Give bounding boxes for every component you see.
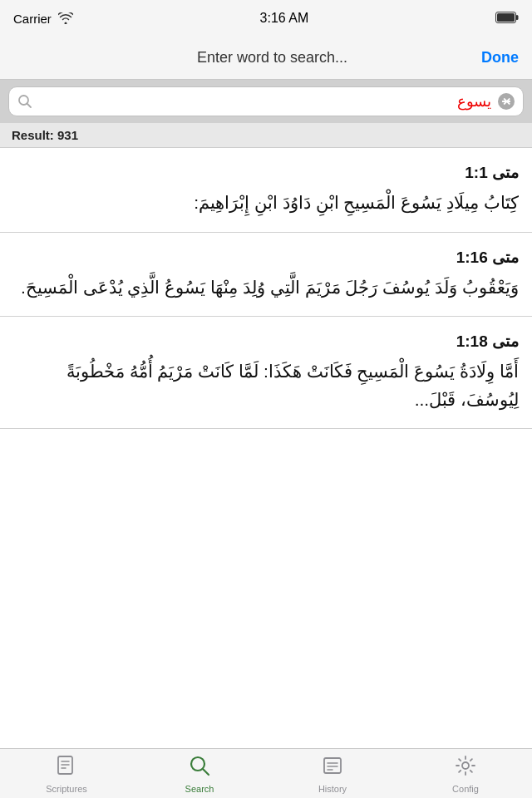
search-tab-icon [188, 754, 211, 781]
results-list: متى 1:1 كِتَابُ مِيلَادِ يَسُوعَ الْمَسِ… [0, 148, 532, 745]
history-icon [321, 754, 344, 781]
tab-history-label: History [318, 784, 347, 794]
battery-icon [495, 12, 519, 26]
carrier-label: Carrier [13, 12, 52, 26]
search-clear-button[interactable]: ✕ [498, 93, 515, 110]
search-bar-container: يسوع ✕ [0, 80, 532, 123]
result-item[interactable]: متى 1:16 وَيَعْقُوبُ وَلَدَ يُوسُفَ رَجُ… [0, 233, 532, 318]
status-carrier-wifi: Carrier [13, 12, 73, 26]
result-ref: متى 1:18 [13, 332, 519, 351]
svg-point-15 [462, 762, 469, 769]
search-input-area[interactable]: يسوع [39, 92, 491, 111]
time-label: 3:16 AM [260, 11, 309, 26]
scriptures-icon [55, 754, 78, 781]
svg-rect-11 [324, 758, 341, 773]
tab-scriptures-label: Scriptures [46, 784, 87, 794]
search-query-text: يسوع [457, 92, 491, 111]
tab-search[interactable]: Search [133, 749, 266, 798]
search-bar[interactable]: يسوع ✕ [8, 86, 524, 116]
nav-title: Enter word to search... [197, 49, 347, 66]
svg-rect-1 [515, 15, 518, 20]
search-icon [17, 94, 32, 109]
svg-rect-2 [497, 13, 515, 22]
result-text: وَيَعْقُوبُ وَلَدَ يُوسُفَ رَجُلَ مَرْيَ… [13, 273, 519, 302]
tab-config[interactable]: Config [399, 749, 532, 798]
svg-line-4 [27, 104, 32, 108]
status-bar: Carrier 3:16 AM [0, 0, 532, 37]
result-item[interactable]: متى 1:18 أَمَّا وِلَادَةُ يَسُوعَ الْمَس… [0, 317, 532, 429]
tab-config-label: Config [452, 784, 479, 794]
tab-search-label: Search [185, 784, 214, 794]
done-button[interactable]: Done [481, 49, 519, 66]
svg-line-10 [203, 769, 209, 775]
result-count: Result: 931 [0, 123, 532, 148]
nav-bar: Enter word to search... Done [0, 37, 532, 80]
result-item[interactable]: متى 1:1 كِتَابُ مِيلَادِ يَسُوعَ الْمَسِ… [0, 148, 532, 233]
result-ref: متى 1:1 [13, 163, 519, 182]
tab-bar: Scriptures Search History [0, 748, 532, 798]
result-text: كِتَابُ مِيلَادِ يَسُوعَ الْمَسِيحِ ابْن… [13, 189, 519, 217]
clear-x-icon: ✕ [502, 96, 511, 107]
result-text: أَمَّا وِلَادَةُ يَسُوعَ الْمَسِيحِ فَكَ… [13, 357, 519, 413]
tab-scriptures[interactable]: Scriptures [0, 749, 133, 798]
gear-icon [454, 754, 477, 781]
result-ref: متى 1:16 [13, 248, 519, 267]
wifi-icon [58, 12, 73, 24]
tab-history[interactable]: History [266, 749, 399, 798]
